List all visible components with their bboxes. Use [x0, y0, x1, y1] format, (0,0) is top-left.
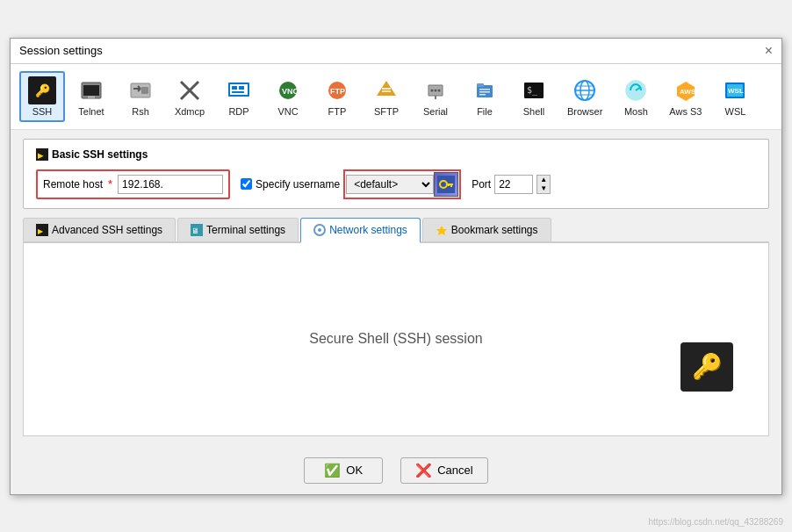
- toolbar-browser[interactable]: Browser: [560, 71, 609, 122]
- serial-icon: [421, 76, 450, 104]
- remote-host-input[interactable]: [118, 175, 223, 194]
- rdp-icon: [225, 76, 253, 104]
- tab-bookmark[interactable]: Bookmark settings: [422, 218, 551, 241]
- username-group: Specify username <default>: [241, 169, 461, 199]
- key-icon-large: 🔑: [680, 342, 733, 392]
- svg-marker-57: [436, 226, 447, 235]
- toolbar-rdp[interactable]: RDP: [216, 71, 262, 122]
- svg-text:AWS: AWS: [680, 88, 696, 96]
- svg-point-23: [435, 89, 437, 91]
- svg-rect-14: [232, 91, 244, 93]
- toolbar-rdp-label: RDP: [228, 106, 248, 117]
- toolbar-file[interactable]: File: [462, 71, 508, 122]
- toolbar-xdmcp[interactable]: Xdmcp: [167, 71, 212, 122]
- svg-rect-2: [88, 96, 95, 98]
- port-up-button[interactable]: ▲: [537, 176, 550, 184]
- toolbar-awss3[interactable]: AWS Aws S3: [662, 71, 709, 122]
- vnc-icon: VNC: [274, 76, 302, 104]
- svg-point-24: [438, 89, 441, 91]
- svg-text:🖥: 🖥: [191, 226, 199, 235]
- ftp-icon: FTP: [323, 76, 351, 104]
- svg-point-22: [431, 89, 434, 91]
- basic-settings-title: ▶ Basic SSH settings: [36, 148, 756, 161]
- toolbar-telnet-label: Telnet: [78, 106, 104, 117]
- window-title: Session settings: [19, 44, 103, 57]
- port-group: Port ▲ ▼: [472, 175, 551, 194]
- watermark: https://blog.csdn.net/qq_43288269: [649, 517, 783, 527]
- file-icon: [471, 76, 499, 104]
- toolbar-telnet[interactable]: Telnet: [68, 71, 114, 122]
- username-key-button[interactable]: [434, 172, 458, 197]
- remote-host-group: Remote host *: [36, 169, 230, 199]
- tab-advanced-icon: ▶: [36, 224, 48, 236]
- toolbar-shell[interactable]: $_ Shell: [511, 71, 557, 122]
- svg-rect-30: [479, 94, 486, 96]
- svg-rect-1: [83, 85, 99, 96]
- toolbar-awss3-label: Aws S3: [669, 106, 702, 117]
- svg-text:VNC: VNC: [282, 87, 299, 96]
- port-down-button[interactable]: ▼: [537, 184, 550, 193]
- svg-text:WSL: WSL: [728, 87, 744, 95]
- toolbar-rsh-label: Rsh: [132, 106, 149, 117]
- toolbar-file-label: File: [477, 106, 493, 117]
- port-input[interactable]: [494, 175, 533, 194]
- tab-network-icon: [313, 224, 326, 236]
- rsh-icon: [126, 76, 155, 104]
- port-spinner: ▲ ▼: [536, 175, 551, 194]
- toolbar-vnc-label: VNC: [277, 106, 298, 117]
- section-icon: ▶: [36, 148, 48, 161]
- telnet-icon: [77, 76, 105, 104]
- toolbar-serial[interactable]: Serial: [413, 71, 458, 122]
- tab-network[interactable]: Network settings: [300, 218, 421, 243]
- tab-bookmark-icon: [436, 224, 448, 236]
- svg-point-56: [318, 228, 321, 232]
- username-input-wrap: <default>: [343, 169, 461, 199]
- toolbar-wsl[interactable]: WSL WSL: [712, 71, 758, 122]
- svg-rect-7: [141, 87, 148, 94]
- toolbar-rsh[interactable]: Rsh: [118, 71, 163, 122]
- toolbar-sftp-label: SFTP: [374, 106, 399, 117]
- toolbar-wsl-label: WSL: [725, 106, 746, 117]
- remote-host-label: Remote host: [43, 178, 103, 191]
- toolbar-ftp[interactable]: FTP FTP: [314, 71, 360, 122]
- tab-terminal[interactable]: 🖥 Terminal settings: [177, 218, 299, 241]
- toolbar-mosh[interactable]: Mosh: [613, 71, 659, 122]
- toolbar-vnc[interactable]: VNC VNC: [265, 71, 311, 122]
- wsl-icon: WSL: [721, 76, 749, 104]
- cancel-button[interactable]: ❌ Cancel: [400, 457, 487, 484]
- toolbar-browser-label: Browser: [567, 106, 602, 117]
- toolbar-ssh[interactable]: 🔑 SSH: [19, 71, 65, 122]
- username-select[interactable]: <default>: [346, 175, 434, 194]
- specify-username-label[interactable]: Specify username: [241, 178, 340, 191]
- browser-icon: [571, 76, 599, 104]
- svg-text:▶: ▶: [38, 227, 44, 235]
- tab-advanced[interactable]: ▶ Advanced SSH settings: [23, 218, 176, 241]
- svg-text:▶: ▶: [38, 152, 44, 160]
- ok-button[interactable]: ✅ OK: [304, 457, 383, 484]
- sftp-icon: [372, 76, 400, 104]
- toolbar-ftp-label: FTP: [328, 106, 347, 117]
- cancel-label: Cancel: [437, 464, 472, 477]
- ok-icon: ✅: [324, 463, 341, 478]
- svg-rect-28: [479, 89, 490, 90]
- ok-label: OK: [346, 464, 363, 477]
- svg-rect-29: [479, 91, 490, 93]
- mosh-icon: [622, 76, 650, 104]
- required-indicator: *: [108, 177, 112, 191]
- toolbar: 🔑 SSH Telnet: [11, 64, 781, 130]
- session-settings-window: Session settings × 🔑 SSH Telnet: [10, 38, 782, 495]
- svg-text:FTP: FTP: [330, 87, 345, 96]
- basic-settings-row: Remote host * Specify username <default>: [36, 169, 756, 199]
- toolbar-sftp[interactable]: SFTP: [364, 71, 409, 122]
- title-bar: Session settings ×: [11, 39, 781, 64]
- close-button[interactable]: ×: [765, 44, 773, 58]
- toolbar-xdmcp-label: Xdmcp: [175, 106, 205, 117]
- toolbar-mosh-label: Mosh: [624, 106, 648, 117]
- svg-rect-27: [477, 83, 484, 87]
- ssh-session-label: Secure Shell (SSH) session: [309, 331, 482, 347]
- svg-text:$_: $_: [527, 85, 538, 96]
- specify-username-checkbox[interactable]: [241, 178, 252, 190]
- xdmcp-icon: [176, 76, 204, 104]
- toolbar-serial-label: Serial: [423, 106, 448, 117]
- cancel-icon: ❌: [415, 463, 432, 478]
